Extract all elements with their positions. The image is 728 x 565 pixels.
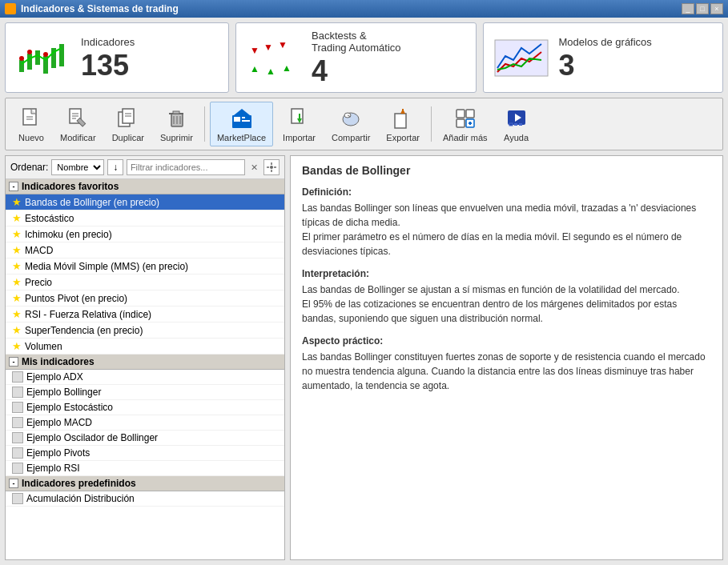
indicator-icon <box>12 371 23 383</box>
list-item[interactable]: ★ Precio <box>6 274 284 291</box>
exportar-icon <box>390 106 416 131</box>
search-clear-button[interactable]: ✕ <box>248 161 261 174</box>
collapse-button[interactable]: - <box>9 357 18 367</box>
modelos-icon <box>493 36 549 80</box>
modelos-number: 3 <box>559 51 652 80</box>
svg-rect-5 <box>59 44 64 66</box>
sort-bar: Ordenar: Nombre Tipo Fecha ↓ ✕ <box>6 156 284 179</box>
section-title: Indicadores favoritos <box>22 181 119 192</box>
importar-button[interactable]: Importar <box>276 102 322 146</box>
config-button[interactable] <box>263 159 280 175</box>
duplicar-button[interactable]: Duplicar <box>106 102 151 146</box>
importar-icon <box>287 106 312 131</box>
list-item[interactable]: ★ Estocástico <box>6 210 284 226</box>
detail-section: Aspecto práctico: Las bandas Bollinger c… <box>302 335 711 393</box>
star-icon: ★ <box>12 196 22 208</box>
app-icon <box>5 3 16 14</box>
item-name: Ejemplo RSI <box>26 463 80 474</box>
section-title: Indicadores predefinidos <box>22 478 136 489</box>
minimize-button[interactable]: _ <box>682 3 694 14</box>
nuevo-icon <box>18 106 44 131</box>
svg-rect-48 <box>457 110 465 118</box>
ayuda-label: Ayuda <box>504 133 529 142</box>
item-name: Estocástico <box>25 213 74 224</box>
detail-section: Definición: Las bandas Bollinger son lín… <box>302 186 711 258</box>
list-item[interactable]: Ejemplo Pivots <box>6 446 284 461</box>
ayuda-button[interactable]: Ayuda <box>497 102 536 146</box>
compartir-button[interactable]: Compartir <box>325 102 376 146</box>
exportar-button[interactable]: Exportar <box>380 102 426 146</box>
svg-point-6 <box>19 56 24 61</box>
right-panel: Bandas de Bollinger Definición: Las band… <box>290 155 723 560</box>
suprimir-icon <box>163 106 189 131</box>
main-container: Indicadores 135 ▼ ▼ ▼ ▲ ▲ ▲ Backtests & <box>0 18 728 565</box>
indicator-icon <box>12 417 23 428</box>
indicator-icon <box>12 447 23 459</box>
item-name: Bandas de Bollinger (en precio) <box>25 197 159 208</box>
list-item[interactable]: ★ SuperTendencia (en precio) <box>6 323 284 339</box>
list-item[interactable]: ★ Bandas de Bollinger (en precio) <box>6 194 284 210</box>
svg-rect-49 <box>466 110 474 118</box>
maximize-button[interactable]: □ <box>696 3 709 14</box>
star-icon: ★ <box>12 308 22 320</box>
item-name: Acumulación Distribución <box>26 493 135 504</box>
svg-rect-56 <box>509 123 513 126</box>
separator-1 <box>204 106 205 142</box>
detail-section-title: Interpretación: <box>302 268 711 279</box>
item-name: MACD <box>25 245 53 256</box>
list-item[interactable]: ★ Puntos Pivot (en precio) <box>6 291 284 307</box>
indicator-icon <box>12 432 23 443</box>
anadir-mas-button[interactable]: Añadir más <box>436 102 494 146</box>
list-item[interactable]: ★ MACD <box>6 242 284 258</box>
importar-label: Importar <box>283 133 316 142</box>
compartir-label: Compartir <box>332 133 370 142</box>
marketplace-icon <box>229 106 255 131</box>
sort-select[interactable]: Nombre Tipo Fecha <box>51 159 104 175</box>
list-item[interactable]: Ejemplo Estocástico <box>6 400 284 415</box>
star-icon: ★ <box>12 292 22 304</box>
star-icon: ★ <box>12 276 22 288</box>
nuevo-button[interactable]: Nuevo <box>12 102 50 146</box>
collapse-button[interactable]: - <box>9 182 18 191</box>
list-item[interactable]: Ejemplo Oscilador de Bollinger <box>6 431 284 446</box>
search-input[interactable] <box>127 159 245 175</box>
section-header-predefinidos: - Indicadores predefinidos <box>6 476 284 491</box>
stats-row: Indicadores 135 ▼ ▼ ▼ ▲ ▲ ▲ Backtests & <box>5 22 723 93</box>
duplicar-icon <box>115 106 141 131</box>
anadir-mas-icon <box>452 106 478 131</box>
section-header-mis-indicadores: - Mis indicadores <box>6 355 284 370</box>
star-icon: ★ <box>12 212 22 224</box>
item-name: Volumen <box>25 341 62 352</box>
detail-section-title: Aspecto práctico: <box>302 335 711 347</box>
list-item[interactable]: Ejemplo Bollinger <box>6 385 284 400</box>
list-item[interactable]: ★ Volumen <box>6 339 284 355</box>
backtests-label: Backtests & Trading Automático <box>312 30 401 54</box>
star-icon: ★ <box>12 244 22 256</box>
window-controls[interactable]: _ □ × <box>682 3 723 14</box>
svg-point-8 <box>43 52 48 57</box>
list-item[interactable]: Ejemplo ADX <box>6 370 284 385</box>
suprimir-button[interactable]: Suprimir <box>154 102 199 146</box>
svg-text:▼: ▼ <box>263 42 273 53</box>
list-item[interactable]: ★ RSI - Fuerza Relativa (índice) <box>6 307 284 323</box>
list-item[interactable]: Ejemplo RSI <box>6 461 284 476</box>
svg-marker-38 <box>234 109 250 115</box>
list-item[interactable]: ★ Ichimoku (en precio) <box>6 226 284 242</box>
collapse-button[interactable]: - <box>9 479 18 488</box>
backtests-card: ▼ ▼ ▼ ▲ ▲ ▲ Backtests & Trading Automáti… <box>235 22 477 93</box>
item-name: Ichimoku (en precio) <box>25 229 112 240</box>
suprimir-label: Suprimir <box>160 133 193 142</box>
marketplace-button[interactable]: MarketPlace <box>210 102 273 146</box>
indicator-list: - Indicadores favoritos ★ Bandas de Boll… <box>6 179 284 559</box>
svg-rect-30 <box>173 111 179 114</box>
star-icon: ★ <box>12 324 22 336</box>
list-item[interactable]: Acumulación Distribución <box>6 491 284 507</box>
modificar-button[interactable]: Modificar <box>54 102 103 146</box>
list-item[interactable]: Ejemplo MACD <box>6 415 284 431</box>
list-item[interactable]: ★ Media Móvil Simple (MMS) (en precio) <box>6 258 284 274</box>
left-panel: Ordenar: Nombre Tipo Fecha ↓ ✕ <box>5 155 285 560</box>
svg-rect-36 <box>242 117 245 118</box>
close-button[interactable]: × <box>710 3 723 14</box>
indicadores-info: Indicadores 135 <box>81 36 135 80</box>
sort-direction-button[interactable]: ↓ <box>107 159 123 175</box>
